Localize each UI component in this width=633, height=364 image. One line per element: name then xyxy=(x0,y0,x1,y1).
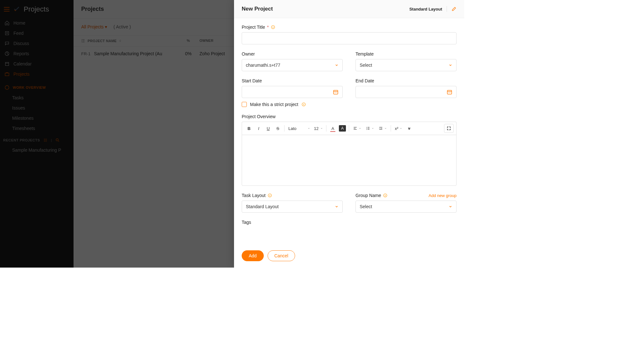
strict-checkbox[interactable] xyxy=(242,102,247,107)
owner-value: charumathi.s+t77 xyxy=(246,63,280,68)
indent-icon xyxy=(379,126,383,131)
chevron-down-icon xyxy=(335,63,339,67)
chevron-down-icon xyxy=(449,63,452,67)
info-icon[interactable] xyxy=(301,102,306,107)
project-title-input[interactable] xyxy=(242,32,457,44)
svg-point-31 xyxy=(366,127,367,128)
bold-button[interactable]: B xyxy=(245,124,254,133)
end-date-input[interactable] xyxy=(356,86,457,98)
svg-point-24 xyxy=(450,92,451,93)
cancel-button[interactable]: Cancel xyxy=(268,250,295,261)
separator xyxy=(447,6,447,12)
group-name-value: Select xyxy=(360,204,372,209)
label-task-layout: Task Layout xyxy=(242,193,343,198)
align-button[interactable] xyxy=(351,124,363,133)
strike-button[interactable]: S xyxy=(273,124,282,133)
svg-point-42 xyxy=(270,194,270,195)
svg-point-14 xyxy=(273,26,273,27)
size-select[interactable]: 12 xyxy=(313,124,324,133)
label-start-date: Start Date xyxy=(242,78,343,83)
list-icon xyxy=(366,126,370,131)
align-icon xyxy=(353,126,357,131)
add-group-link[interactable]: Add new group xyxy=(429,193,457,198)
template-select[interactable]: Select xyxy=(356,59,457,71)
separator xyxy=(326,125,326,132)
indent-button[interactable] xyxy=(377,124,389,133)
task-layout-value: Standard Layout xyxy=(246,204,279,209)
info-icon[interactable] xyxy=(271,25,275,29)
chevron-down-icon xyxy=(335,205,339,209)
task-layout-select[interactable]: Standard Layout xyxy=(242,201,343,213)
chevron-down-icon xyxy=(359,127,361,130)
label-project-title: Project Title* xyxy=(242,25,457,30)
svg-point-22 xyxy=(448,92,449,93)
svg-point-27 xyxy=(303,103,304,104)
modal-body: Project Title* Owner charumathi.s+t77 Te… xyxy=(234,18,464,246)
svg-point-45 xyxy=(385,194,386,195)
template-value: Select xyxy=(360,63,372,68)
edit-layout-icon[interactable] xyxy=(451,6,457,11)
calendar-icon xyxy=(447,89,452,95)
svg-point-19 xyxy=(336,92,337,93)
modal-header: New Project Standard Layout xyxy=(234,0,464,18)
chevron-down-icon xyxy=(384,127,387,130)
expand-icon xyxy=(447,126,451,131)
svg-point-23 xyxy=(449,92,450,93)
info-icon[interactable] xyxy=(383,193,387,198)
chevron-down-icon xyxy=(371,127,374,130)
label-tags: Tags xyxy=(242,220,457,225)
label-overview: Project Overview xyxy=(242,114,457,119)
underline-button[interactable]: U xyxy=(264,124,273,133)
bg-color-button[interactable]: A xyxy=(338,124,347,133)
rte-toolbar: B I U S Lato 12 A A x² xyxy=(242,122,457,135)
owner-select[interactable]: charumathi.s+t77 xyxy=(242,59,343,71)
label-owner: Owner xyxy=(242,51,343,57)
chevron-down-icon xyxy=(320,127,323,130)
svg-point-33 xyxy=(366,129,367,130)
svg-point-32 xyxy=(366,128,367,129)
calendar-icon xyxy=(333,89,339,95)
overview-textarea[interactable] xyxy=(242,135,457,186)
chevron-down-icon xyxy=(308,127,310,130)
expand-button[interactable] xyxy=(444,124,454,133)
more-icon xyxy=(407,126,411,130)
label-group-name: Group Name xyxy=(356,193,387,198)
chevron-down-icon xyxy=(449,205,452,209)
strict-label: Make this a strict project xyxy=(250,102,298,107)
group-name-select[interactable]: Select xyxy=(356,201,457,213)
italic-button[interactable]: I xyxy=(254,124,263,133)
label-template: Template xyxy=(356,51,457,57)
font-select[interactable]: Lato xyxy=(286,124,312,133)
modal-footer: Add Cancel xyxy=(234,246,464,268)
separator xyxy=(284,125,285,132)
separator xyxy=(349,125,349,132)
superscript-button[interactable]: x² xyxy=(393,124,404,133)
strict-checkbox-row[interactable]: Make this a strict project xyxy=(242,102,457,107)
new-project-modal: New Project Standard Layout Project Titl… xyxy=(234,0,464,268)
start-date-input[interactable] xyxy=(242,86,343,98)
modal-title: New Project xyxy=(242,6,273,12)
separator xyxy=(391,125,391,132)
add-button[interactable]: Add xyxy=(242,250,264,261)
info-icon[interactable] xyxy=(268,193,272,198)
layout-name[interactable]: Standard Layout xyxy=(409,7,442,11)
list-button[interactable] xyxy=(364,124,376,133)
svg-point-17 xyxy=(334,92,335,93)
svg-point-18 xyxy=(335,92,336,93)
label-end-date: End Date xyxy=(356,78,457,83)
more-button[interactable] xyxy=(405,124,414,133)
text-color-button[interactable]: A xyxy=(328,124,337,133)
chevron-down-icon xyxy=(400,127,402,130)
